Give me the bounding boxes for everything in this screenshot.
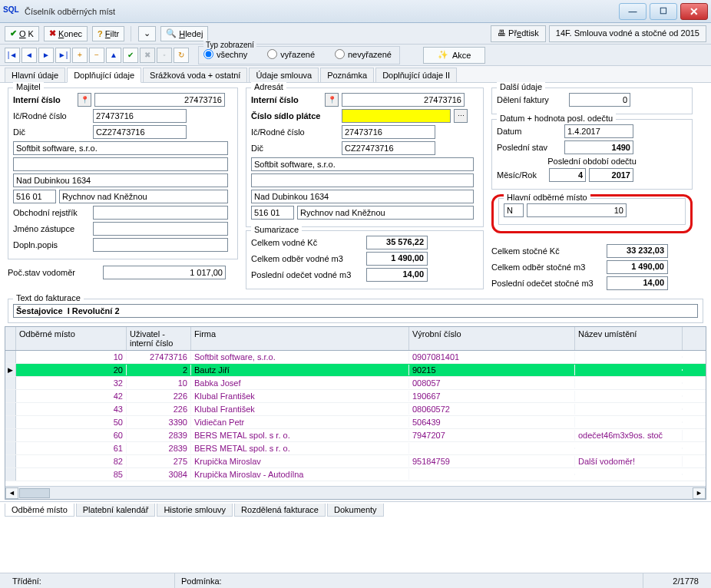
- majitel-interni-cislo-input[interactable]: [94, 93, 225, 107]
- adresat-adr2-input[interactable]: [251, 173, 474, 187]
- grid-hscroll[interactable]: ◄ ►: [5, 486, 706, 499]
- map-icon-button-2[interactable]: 📍: [325, 93, 339, 107]
- adresat-mesto-input[interactable]: [297, 206, 474, 220]
- btab-rozdelena-fakturace[interactable]: Rozdělená fakturace: [234, 504, 326, 517]
- col-firma[interactable]: Firma: [191, 327, 409, 350]
- adresat-firma-input[interactable]: [251, 157, 474, 171]
- sumarizace-fieldset: Sumarizace Celkem vodné Kč35 576,22 Celk…: [246, 230, 484, 289]
- map-icon-button[interactable]: 📍: [78, 93, 91, 107]
- prev-button[interactable]: ◄: [21, 48, 37, 63]
- table-row[interactable]: 853084Krupička Miroslav - Autodílna: [5, 468, 706, 481]
- col-vyrobni-cislo[interactable]: Výrobní číslo: [409, 327, 575, 350]
- hlavni-om-cislo-input[interactable]: [527, 203, 627, 217]
- print-preview-icon: 🖶: [498, 28, 506, 38]
- majitel-mesto-input[interactable]: [59, 190, 228, 203]
- row-indicator: [5, 390, 16, 402]
- table-row[interactable]: ▶202Bautz Jiří90215: [5, 364, 706, 377]
- majitel-or-input[interactable]: [93, 206, 228, 220]
- hlavni-om-flag-input[interactable]: [504, 203, 524, 217]
- btab-dokumenty[interactable]: Dokumenty: [327, 504, 384, 517]
- tab-doplnujici-udaje-2[interactable]: Doplňující údaje II: [375, 68, 457, 82]
- odecet-mesic-input[interactable]: [549, 168, 586, 182]
- table-row[interactable]: 503390Vidiečan Petr506439: [5, 416, 706, 429]
- table-row[interactable]: 82275Krupička Miroslav95184759Další vodo…: [5, 455, 706, 468]
- cancel-button[interactable]: ✖: [140, 48, 155, 63]
- remove-button[interactable]: −: [89, 48, 104, 63]
- options-button[interactable]: ◦: [157, 48, 172, 63]
- col-nazev-umisteni[interactable]: Název umístění: [575, 327, 683, 350]
- text-fakturace-input[interactable]: [13, 304, 698, 318]
- btab-historie-smlouvy[interactable]: Historie smlouvy: [157, 504, 233, 517]
- predtisk-button[interactable]: 🖶 Předtisk: [491, 25, 546, 42]
- majitel-ic-input[interactable]: [93, 109, 187, 123]
- next-button[interactable]: ►: [38, 48, 54, 63]
- adresat-dic-input[interactable]: [342, 141, 435, 155]
- majitel-adr2-input[interactable]: [13, 157, 228, 171]
- adresat-interni-cislo-input[interactable]: [342, 93, 465, 107]
- add-button[interactable]: +: [72, 48, 88, 63]
- data-grid[interactable]: Odběrné místo Uživatel - interní číslo F…: [5, 326, 706, 500]
- odecet-datum-input[interactable]: [564, 124, 633, 138]
- konec-button[interactable]: ✖Konec: [44, 26, 88, 41]
- row-indicator: [5, 468, 16, 481]
- table-row[interactable]: 612839BERS METAL spol. s r. o.: [5, 442, 706, 455]
- ok-button[interactable]: ✔OOKK: [5, 26, 39, 41]
- scroll-left-button[interactable]: ◄: [5, 487, 18, 499]
- poc-stav-input[interactable]: [103, 266, 226, 279]
- adresat-adr3-input[interactable]: [251, 190, 474, 203]
- btab-platebni-kalendar[interactable]: Platební kalendář: [76, 504, 156, 517]
- majitel-adr3-input[interactable]: [13, 173, 228, 187]
- majitel-dic-input[interactable]: [93, 125, 187, 139]
- scroll-right-button[interactable]: ►: [693, 487, 706, 499]
- last-button[interactable]: ►|: [55, 48, 71, 63]
- smlouva-button[interactable]: 14F. Smlouva vodné a stočné od 2015: [549, 25, 706, 42]
- row-indicator: [5, 416, 16, 428]
- minimize-button[interactable]: —: [619, 3, 647, 20]
- edit-button[interactable]: ▲: [106, 48, 121, 63]
- majitel-psc-input[interactable]: [13, 190, 56, 203]
- close-button[interactable]: ✕: [680, 3, 708, 20]
- deleni-faktury-input[interactable]: [569, 93, 630, 107]
- col-uzivatel[interactable]: Uživatel - interní číslo: [127, 327, 191, 350]
- radio-vsechny[interactable]: všechny: [203, 49, 247, 59]
- funnel-button[interactable]: ⌄: [138, 26, 156, 41]
- odecet-stav-input[interactable]: [564, 140, 633, 154]
- maximize-button[interactable]: ☐: [650, 3, 677, 20]
- posledni-stocne-value: 14,00: [607, 276, 668, 290]
- status-trideni: Třídění:: [6, 573, 175, 588]
- tab-hlavni-udaje[interactable]: Hlavní údaje: [5, 68, 65, 82]
- majitel-firma-input[interactable]: [13, 141, 228, 155]
- radio-vyrazene[interactable]: vyřazené: [267, 49, 315, 59]
- wand-icon: ✨: [438, 50, 448, 60]
- table-row[interactable]: 43226Klubal František08060572: [5, 403, 706, 416]
- tab-udaje-smlouva[interactable]: Údaje smlouva: [249, 68, 319, 82]
- scroll-thumb[interactable]: [19, 488, 50, 498]
- bottom-tabs: Odběrné místo Platební kalendář Historie…: [0, 501, 711, 517]
- vodne-kc-value: 35 576,22: [366, 236, 428, 249]
- table-row[interactable]: 1027473716Softbit software, s.r.o.090708…: [5, 351, 706, 364]
- lookup-button[interactable]: ⋯: [454, 109, 468, 123]
- confirm-button[interactable]: ✔: [123, 48, 138, 63]
- majitel-zastupce-input[interactable]: [93, 222, 228, 236]
- odecet-rok-input[interactable]: [589, 168, 633, 182]
- table-row[interactable]: 602839BERS METAL spol. s r. o.7947207ode…: [5, 429, 706, 442]
- akce-button[interactable]: ✨Akce: [423, 47, 485, 64]
- radio-nevyrazene[interactable]: nevyřazené: [335, 49, 392, 59]
- text-fakturace-fieldset: Text do fakturace: [8, 299, 703, 323]
- tab-doplnujici-udaje[interactable]: Doplňující údaje: [67, 68, 141, 83]
- tab-poznamka[interactable]: Poznámka: [320, 68, 374, 82]
- table-row[interactable]: 42226Klubal František190667: [5, 390, 706, 403]
- adresat-ic-input[interactable]: [342, 125, 435, 139]
- btab-odberne-misto[interactable]: Odběrné místo: [5, 504, 74, 517]
- row-indicator: [5, 377, 16, 389]
- tab-srazkova-voda[interactable]: Srážková voda + ostatní: [143, 68, 247, 82]
- filtr-button[interactable]: ?Filtr: [92, 26, 124, 41]
- refresh-button[interactable]: ↻: [174, 48, 189, 63]
- table-row[interactable]: 3210Babka Josef008057: [5, 377, 706, 390]
- adresat-sidlo-input[interactable]: [342, 109, 451, 123]
- first-button[interactable]: |◄: [5, 48, 20, 63]
- hledej-button[interactable]: 🔍Hledej: [160, 26, 208, 41]
- col-odberne-misto[interactable]: Odběrné místo: [16, 327, 127, 350]
- majitel-dopln-input[interactable]: [93, 238, 228, 252]
- adresat-psc-input[interactable]: [251, 206, 294, 220]
